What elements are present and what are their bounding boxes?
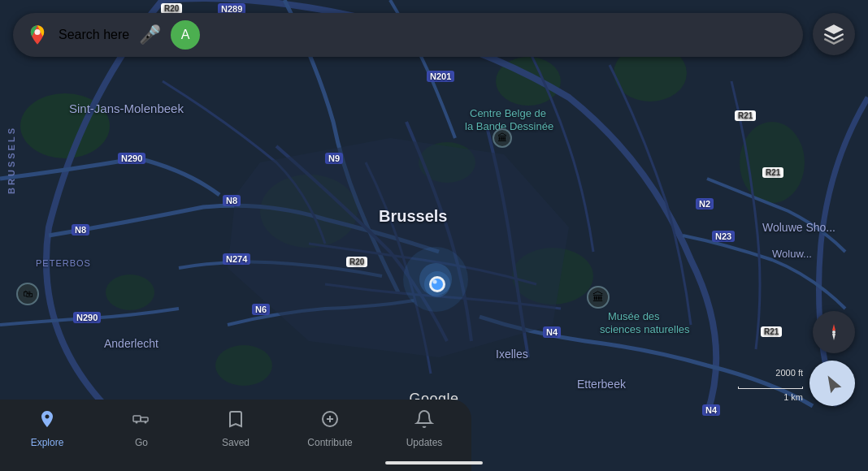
nav-item-updates[interactable]: Updates xyxy=(377,406,471,448)
svg-point-15 xyxy=(433,280,437,284)
label-brussels-vertical: BRUSSELS xyxy=(7,126,16,194)
explore-icon xyxy=(37,409,57,434)
nav-item-explore[interactable]: Explore xyxy=(0,406,94,448)
svg-point-14 xyxy=(432,279,443,290)
scale-feet: 2000 ft xyxy=(738,368,803,378)
navigate-button[interactable] xyxy=(809,361,855,406)
saved-icon xyxy=(226,409,245,434)
svg-marker-9 xyxy=(228,138,569,357)
svg-rect-18 xyxy=(133,416,141,421)
home-indicator xyxy=(385,461,483,465)
svg-point-8 xyxy=(106,274,154,310)
scale-bar: 2000 ft 1 km xyxy=(738,368,803,402)
location-dot xyxy=(423,270,442,289)
svg-point-16 xyxy=(35,29,41,35)
bottom-navigation: Explore Go Saved Contribut xyxy=(0,400,471,471)
scale-km: 1 km xyxy=(738,392,803,402)
layers-icon xyxy=(822,23,845,45)
go-label: Go xyxy=(135,437,148,448)
svg-point-17 xyxy=(832,331,835,334)
svg-point-7 xyxy=(215,345,272,386)
shop-pin[interactable]: 🛍 xyxy=(16,283,39,305)
nav-item-saved[interactable]: Saved xyxy=(189,406,283,448)
updates-label: Updates xyxy=(406,437,443,448)
search-placeholder: Search here xyxy=(59,28,129,42)
contribute-icon xyxy=(320,409,340,434)
compass-icon xyxy=(824,322,844,342)
avatar[interactable]: A xyxy=(171,20,200,50)
navigate-icon xyxy=(822,373,843,394)
explore-label: Explore xyxy=(31,437,64,448)
nav-item-contribute[interactable]: Contribute xyxy=(283,406,377,448)
google-maps-logo xyxy=(26,24,49,46)
contribute-label: Contribute xyxy=(307,437,352,448)
svg-rect-19 xyxy=(141,417,148,421)
bd-museum-pin[interactable]: 🏛 xyxy=(493,128,512,148)
search-bar[interactable]: Search here 🎤 A xyxy=(13,13,803,57)
saved-label: Saved xyxy=(222,437,250,448)
svg-point-20 xyxy=(136,421,138,424)
svg-point-6 xyxy=(740,122,805,203)
scale-line xyxy=(738,387,803,389)
museum-pin[interactable]: 🏛 xyxy=(587,286,610,309)
go-icon xyxy=(132,409,151,434)
svg-point-21 xyxy=(145,421,147,424)
compass-button[interactable] xyxy=(813,311,855,353)
nav-item-go[interactable]: Go xyxy=(94,406,189,448)
layers-button[interactable] xyxy=(813,13,855,55)
microphone-icon[interactable]: 🎤 xyxy=(139,24,161,45)
updates-icon xyxy=(414,409,434,434)
